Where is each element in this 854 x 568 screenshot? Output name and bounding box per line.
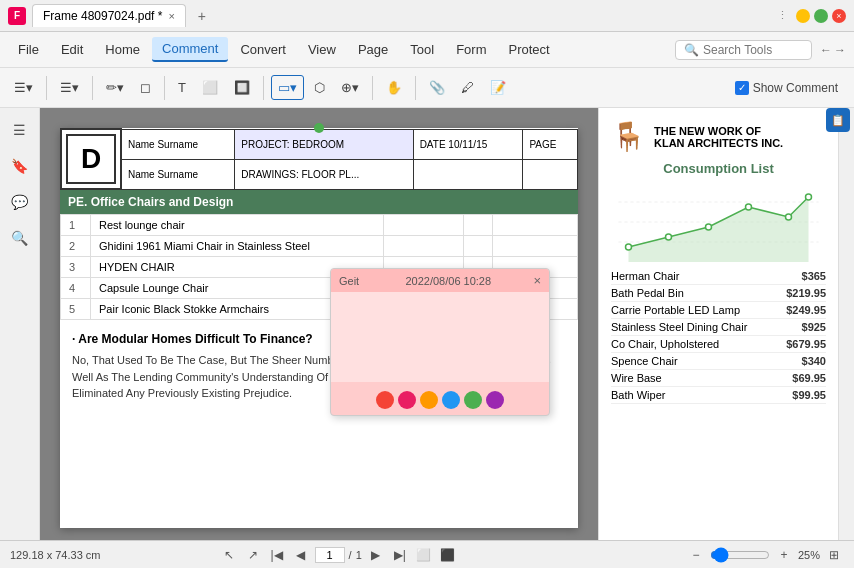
menu-comment[interactable]: Comment	[152, 37, 228, 62]
comment-color-picker	[331, 385, 549, 415]
toolbar-shape-btn[interactable]: ▭▾	[271, 75, 304, 100]
name-surname-2: Name Surname	[121, 159, 235, 189]
menu-view[interactable]: View	[298, 38, 346, 61]
chart-point-4	[746, 204, 752, 210]
toolbar-sign-btn[interactable]: 🖊	[455, 76, 480, 99]
cursor-tool-button[interactable]: ↖	[219, 545, 239, 565]
menu-form[interactable]: Form	[446, 38, 496, 61]
row-item-2: Ghidini 1961 Miami Chair in Stainless St…	[91, 236, 384, 257]
color-green[interactable]	[464, 391, 482, 409]
d-box-cell: D	[61, 129, 121, 189]
tab-close-button[interactable]: ×	[168, 10, 174, 22]
nav-back-button[interactable]: ←	[820, 43, 832, 57]
current-page-input[interactable]	[315, 547, 345, 563]
toolbar-select-btn[interactable]: ☰▾	[8, 76, 39, 99]
toolbar-draw-btn[interactable]: ✏▾	[100, 76, 130, 99]
last-page-button[interactable]: ▶|	[390, 545, 410, 565]
menu-page[interactable]: Page	[348, 38, 398, 61]
title-bar: F Frame 48097024.pdf * × + ⋮ ×	[0, 0, 854, 32]
close-button[interactable]: ×	[832, 9, 846, 23]
menu-tool[interactable]: Tool	[400, 38, 444, 61]
sidebar-comment-icon[interactable]: 💬	[6, 188, 34, 216]
show-comment-button[interactable]: ✓ Show Comment	[727, 78, 846, 98]
row-num-2: 2	[61, 236, 91, 257]
nav-forward-button[interactable]: →	[834, 43, 846, 57]
search-input[interactable]	[703, 43, 803, 57]
fit-page-button[interactable]: ⬜	[414, 545, 434, 565]
list-item: Co Chair, Upholstered $679.95	[611, 336, 826, 353]
panel-header: 🪑 THE NEW WORK OF KLAN ARCHITECTS INC.	[611, 120, 826, 153]
toolbar-measure-btn[interactable]: ⊕▾	[335, 76, 365, 99]
menu-convert[interactable]: Convert	[230, 38, 296, 61]
item-price: $365	[802, 270, 826, 282]
color-purple[interactable]	[486, 391, 504, 409]
new-tab-button[interactable]: +	[192, 6, 212, 26]
list-item: Herman Chair $365	[611, 268, 826, 285]
drawings-label: DRAWINGS: FLOOR PL...	[235, 159, 413, 189]
more-options-icon[interactable]: ⋮	[777, 9, 788, 22]
section-header: PE. Office Chairs and Design	[60, 190, 578, 214]
list-item: Bath Wiper $99.95	[611, 387, 826, 404]
pdf-area[interactable]: D Name Surname PROJECT: BEDROOM DATE 10/…	[40, 108, 598, 540]
minimize-button[interactable]	[796, 9, 810, 23]
toolbar-stamp-btn[interactable]: ✋	[380, 76, 408, 99]
comment-close-button[interactable]: ×	[533, 273, 541, 288]
next-page-button[interactable]: ▶	[366, 545, 386, 565]
color-pink[interactable]	[398, 391, 416, 409]
menu-file[interactable]: File	[8, 38, 49, 61]
consumption-list: Herman Chair $365 Bath Pedal Bin $219.95…	[611, 268, 826, 404]
fit-width-button[interactable]: ⬛	[438, 545, 458, 565]
item-name: Herman Chair	[611, 270, 679, 282]
sidebar-search-icon[interactable]: 🔍	[6, 224, 34, 252]
item-price: $219.95	[786, 287, 826, 299]
project-label: PROJECT: BEDROOM	[235, 129, 413, 159]
svg-marker-3	[629, 197, 809, 262]
zoom-out-button[interactable]: −	[686, 545, 706, 565]
right-sidebar	[838, 108, 854, 540]
comment-text-input[interactable]	[331, 292, 549, 382]
prev-page-button[interactable]: ◀	[291, 545, 311, 565]
color-blue[interactable]	[442, 391, 460, 409]
comment-header: Geit 2022/08/06 10:28 ×	[331, 269, 549, 292]
main-area: ☰ 🔖 💬 🔍 D Name Surname PROJECT: BEDROOM …	[0, 108, 854, 540]
fit-view-button[interactable]: ⊞	[824, 545, 844, 565]
zoom-slider[interactable]	[710, 547, 770, 563]
menu-edit[interactable]: Edit	[51, 38, 93, 61]
separator-2	[92, 76, 93, 100]
toolbar-textbox-btn[interactable]: ⬜	[196, 76, 224, 99]
window-controls: ⋮ ×	[777, 9, 846, 23]
sidebar-nav-icon[interactable]: ☰	[6, 116, 34, 144]
panel-action-icon[interactable]: 📋	[826, 108, 838, 132]
d-letter: D	[66, 134, 116, 184]
chart-area	[611, 182, 826, 262]
maximize-button[interactable]	[814, 9, 828, 23]
menu-protect[interactable]: Protect	[498, 38, 559, 61]
toolbar-text-btn[interactable]: T	[172, 76, 192, 99]
pdf-header-table: D Name Surname PROJECT: BEDROOM DATE 10/…	[60, 128, 578, 190]
architect-title-line2: KLAN ARCHITECTS INC.	[654, 137, 783, 149]
arrow-tool-button[interactable]: ↗	[243, 545, 263, 565]
item-price: $69.95	[792, 372, 826, 384]
anchor-dot	[314, 123, 324, 133]
menu-home[interactable]: Home	[95, 38, 150, 61]
toolbar-callout-btn[interactable]: 🔲	[228, 76, 256, 99]
toolbar-erase-btn[interactable]: ◻	[134, 76, 157, 99]
active-tab[interactable]: Frame 48097024.pdf * ×	[32, 4, 186, 27]
item-price: $99.95	[792, 389, 826, 401]
color-red[interactable]	[376, 391, 394, 409]
title-bar-left: F Frame 48097024.pdf * × +	[8, 4, 212, 27]
row-num-5: 5	[61, 299, 91, 320]
zoom-in-button[interactable]: +	[774, 545, 794, 565]
toolbar-note-btn[interactable]: 📝	[484, 76, 512, 99]
row-num-4: 4	[61, 278, 91, 299]
toolbar-copy-btn[interactable]: ⬡	[308, 76, 331, 99]
page-navigation: ↖ ↗ |◀ ◀ / 1 ▶ ▶| ⬜ ⬛	[219, 545, 458, 565]
search-box[interactable]: 🔍	[675, 40, 812, 60]
color-orange[interactable]	[420, 391, 438, 409]
row-price-1	[493, 215, 578, 236]
sidebar-bookmark-icon[interactable]: 🔖	[6, 152, 34, 180]
show-comment-checkbox[interactable]: ✓	[735, 81, 749, 95]
first-page-button[interactable]: |◀	[267, 545, 287, 565]
toolbar-manage-btn[interactable]: ☰▾	[54, 76, 85, 99]
toolbar-attach-btn[interactable]: 📎	[423, 76, 451, 99]
